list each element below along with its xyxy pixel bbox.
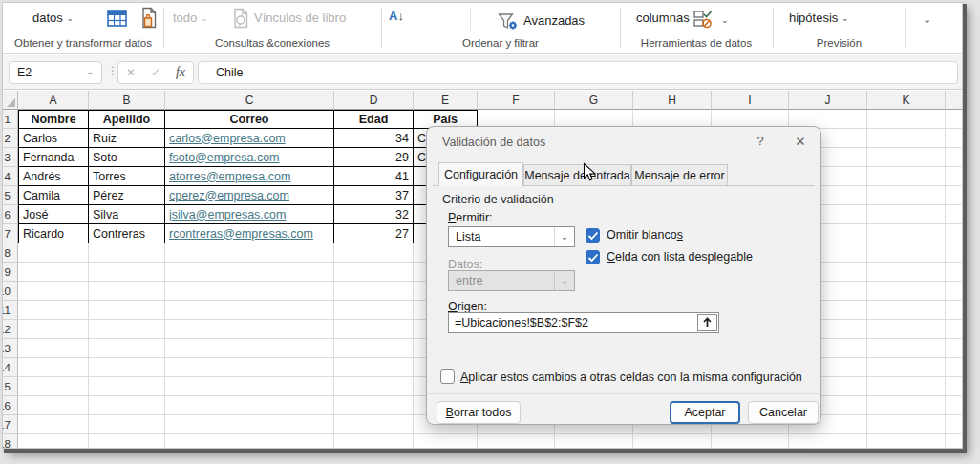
borrar-todos-button[interactable]: Borrar todos [437, 401, 521, 424]
cell[interactable] [165, 339, 334, 358]
cell[interactable]: 32 [334, 205, 414, 224]
formula-input[interactable]: Chile [198, 61, 958, 84]
row-header[interactable]: 15 [3, 377, 18, 396]
help-button[interactable]: ? [752, 134, 769, 148]
data-validation-icon[interactable] [692, 9, 715, 30]
collapse-dialog-icon[interactable] [697, 314, 717, 331]
row-header[interactable]: 5 [3, 186, 18, 205]
cell[interactable] [18, 434, 89, 448]
row-header[interactable]: 1 [3, 110, 18, 129]
get-data-button[interactable]: datos ⌄ [32, 11, 74, 25]
cell[interactable] [89, 377, 165, 396]
cell[interactable] [946, 186, 962, 205]
cell[interactable] [867, 396, 946, 415]
from-table-icon[interactable] [106, 9, 128, 28]
column-header[interactable] [946, 91, 962, 110]
cell[interactable] [165, 243, 334, 263]
cancelar-button[interactable]: Cancelar [748, 401, 819, 424]
cell[interactable] [18, 396, 89, 415]
cell[interactable] [946, 339, 962, 358]
cell[interactable] [89, 415, 165, 434]
cell[interactable]: Ricardo [18, 224, 89, 243]
cell[interactable] [946, 377, 962, 396]
row-header[interactable]: 4 [3, 167, 18, 186]
cell[interactable] [89, 243, 165, 263]
refresh-all-button[interactable]: todo ⌄ [173, 11, 207, 25]
cell[interactable] [18, 320, 89, 339]
cell[interactable] [334, 282, 414, 301]
cell[interactable] [867, 339, 946, 358]
ribbon-collapse-chevron-icon[interactable]: ⌄ [923, 13, 931, 26]
cell[interactable]: rcontreras@empresas.com [165, 224, 334, 243]
close-icon[interactable]: ✕ [792, 134, 809, 149]
cell[interactable] [165, 320, 334, 339]
cell[interactable] [18, 301, 89, 320]
cell[interactable]: Correo [165, 110, 334, 129]
cell[interactable] [867, 377, 946, 396]
cell[interactable]: 27 [334, 224, 414, 243]
cell[interactable] [414, 434, 478, 448]
email-link[interactable]: jsilva@empresas.com [169, 208, 286, 221]
cell[interactable] [478, 434, 555, 448]
cell[interactable] [867, 224, 946, 243]
column-header[interactable]: F [478, 91, 555, 110]
column-header[interactable]: D [334, 91, 414, 110]
cell[interactable] [89, 282, 165, 301]
column-header[interactable]: K [867, 91, 946, 110]
cell[interactable]: Silva [89, 205, 165, 224]
cell[interactable]: Camila [18, 186, 89, 205]
cell[interactable] [946, 263, 962, 282]
cell[interactable] [867, 205, 946, 224]
row-header[interactable]: 9 [3, 263, 18, 282]
cell[interactable] [867, 129, 946, 148]
cell[interactable]: jsilva@empresas.com [165, 205, 334, 224]
cell[interactable] [18, 282, 89, 301]
cell[interactable] [867, 320, 946, 339]
cell[interactable] [867, 301, 946, 320]
cell[interactable] [334, 301, 414, 320]
omitir-blancos-checkbox[interactable] [586, 228, 600, 243]
cell[interactable]: Torres [89, 167, 165, 186]
cell[interactable] [867, 148, 946, 167]
row-header[interactable]: 8 [3, 243, 18, 263]
cell[interactable]: cperez@empresa.com [165, 186, 334, 205]
cell[interactable] [867, 110, 946, 129]
row-header[interactable]: 3 [3, 148, 18, 167]
cell[interactable] [18, 339, 89, 358]
cell[interactable]: Fernanda [18, 148, 89, 167]
cell[interactable] [89, 320, 165, 339]
cell[interactable]: Pérez [89, 186, 165, 205]
name-box[interactable]: E2 ⌄ [9, 61, 102, 84]
cell[interactable] [867, 243, 946, 263]
cell[interactable] [867, 358, 946, 377]
cell[interactable]: José [18, 205, 89, 224]
email-link[interactable]: atorres@empresa.com [169, 170, 290, 183]
column-header[interactable]: I [712, 91, 789, 110]
source-input[interactable] [448, 312, 719, 333]
row-header[interactable]: 18 [3, 434, 18, 448]
column-header[interactable]: C [165, 91, 334, 110]
cell[interactable] [946, 301, 962, 320]
email-link[interactable]: cperez@empresa.com [169, 189, 289, 202]
chevron-down-icon[interactable]: ⌄ [721, 15, 729, 25]
cell[interactable] [165, 263, 334, 282]
cell[interactable] [89, 301, 165, 320]
cell[interactable] [946, 320, 962, 339]
cell[interactable] [946, 358, 962, 377]
cell[interactable] [946, 110, 962, 129]
workbook-links-icon[interactable] [232, 8, 250, 29]
cell[interactable] [334, 396, 414, 415]
select-all-corner[interactable] [3, 91, 18, 110]
cell[interactable]: Contreras [89, 224, 165, 243]
cell[interactable] [946, 148, 962, 167]
file-orange-icon[interactable] [140, 7, 158, 29]
cell[interactable] [18, 377, 89, 396]
what-if-analysis-button[interactable]: hipótesis ⌄ [789, 11, 848, 25]
tab-mensaje-error[interactable]: Mensaje de error [631, 164, 728, 186]
row-header[interactable]: 6 [3, 205, 18, 224]
cell[interactable]: 41 [334, 167, 414, 186]
cell[interactable] [334, 339, 414, 358]
cell[interactable] [334, 358, 414, 377]
column-header[interactable]: H [633, 91, 712, 110]
cancel-entry-icon[interactable]: ✕ [126, 66, 136, 79]
